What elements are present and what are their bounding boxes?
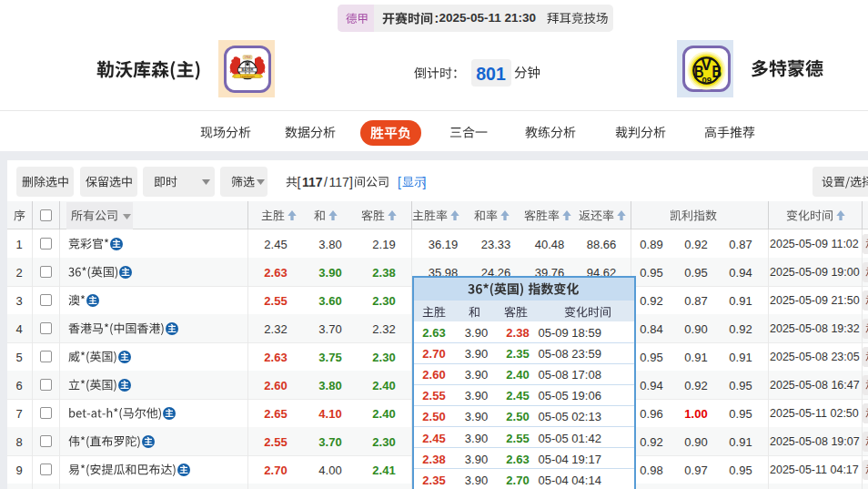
svg-text:BAYER: BAYER xyxy=(241,68,253,72)
svg-text:09: 09 xyxy=(702,75,712,85)
svg-text:V: V xyxy=(701,55,712,74)
svg-text:B: B xyxy=(712,63,722,81)
svg-text:1904: 1904 xyxy=(244,56,251,59)
svg-text:Leverkusen: Leverkusen xyxy=(240,75,255,78)
